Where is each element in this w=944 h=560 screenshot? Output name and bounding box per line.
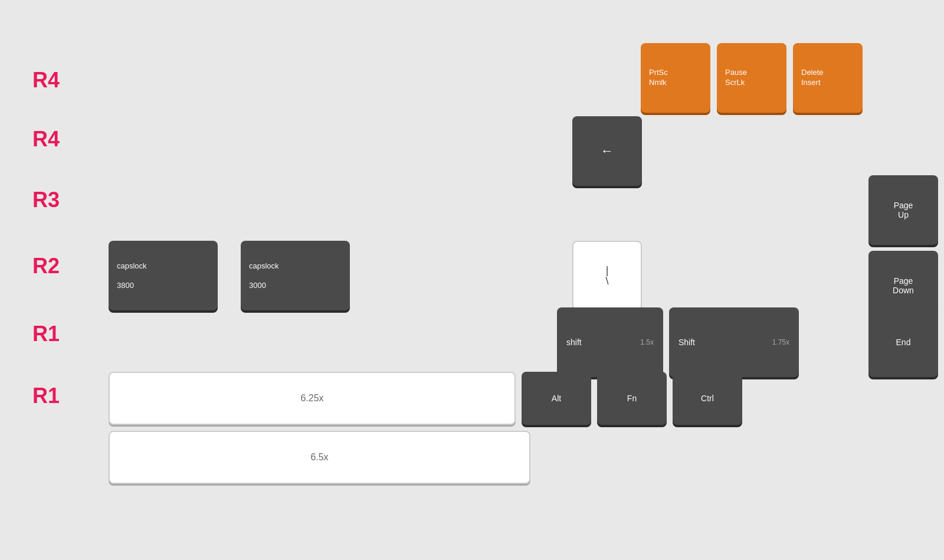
capslock-3800-key[interactable]: capslock 3800 <box>109 241 218 310</box>
row-label-r4-top: R4 <box>32 68 60 93</box>
prtsc-nmlk-key[interactable]: PrtSc Nmlk <box>641 43 710 113</box>
backslash-key[interactable]: | \ <box>572 241 642 310</box>
row-label-r3: R3 <box>32 188 60 212</box>
space-650-key[interactable]: 6.5x <box>109 431 530 484</box>
space-625-key[interactable]: 6.25x <box>109 372 516 425</box>
row-label-r4-mid: R4 <box>32 127 60 152</box>
alt-key[interactable]: Alt <box>522 372 591 425</box>
delete-insert-key[interactable]: Delete Insert <box>793 43 863 113</box>
pause-scrlk-key[interactable]: Pause ScrLk <box>717 43 786 113</box>
row-label-r1-top: R1 <box>32 322 60 346</box>
backspace-key[interactable]: ← <box>572 116 642 186</box>
shift-small-key[interactable]: shift 1.5x <box>557 307 663 377</box>
fn-key[interactable]: Fn <box>597 372 667 425</box>
shift-large-key[interactable]: Shift 1.75x <box>669 307 799 377</box>
row-label-r2: R2 <box>32 254 60 279</box>
pageup-key[interactable]: Page Up <box>868 175 938 245</box>
end-key[interactable]: End <box>868 307 938 377</box>
row-label-r1-bot: R1 <box>32 384 60 408</box>
ctrl-key[interactable]: Ctrl <box>673 372 742 425</box>
capslock-3000-key[interactable]: capslock 3000 <box>241 241 350 310</box>
